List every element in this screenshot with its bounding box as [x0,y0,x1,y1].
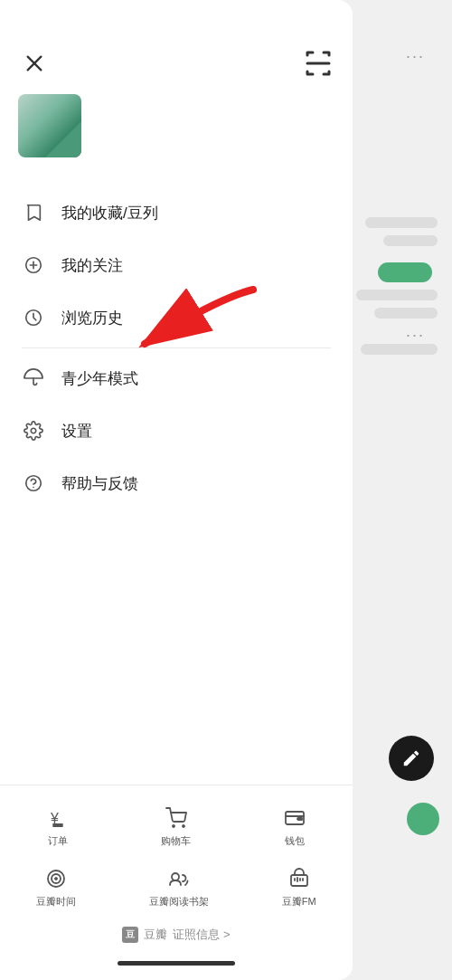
toolbar-label-douban-time: 豆瓣时间 [36,895,76,909]
plus-circle-icon [22,253,45,277]
menu-label-help: 帮助与反馈 [61,473,138,494]
drawer-header [0,0,353,94]
toolbar-item-reading[interactable]: 豆瓣阅读书架 [138,861,220,914]
svg-point-19 [55,878,57,880]
gear-icon [22,419,45,442]
target-icon [43,866,69,891]
svg-point-8 [26,476,42,491]
bg-badge [378,262,432,282]
svg-point-13 [173,825,174,827]
toolbar-item-orders[interactable]: ¥ 订单 [34,800,81,853]
menu-label-following: 我的关注 [61,255,123,276]
avatar[interactable] [18,94,81,157]
svg-point-7 [31,428,36,433]
drawer-panel: 我的收藏/豆列 我的关注 浏览历史 [0,0,353,980]
bg-dots-mid: ··· [406,326,425,345]
svg-point-14 [183,825,184,827]
menu-label-history: 浏览历史 [61,308,123,328]
svg-rect-21 [291,875,307,886]
menu-label-settings: 设置 [61,421,92,442]
reading-icon [166,866,192,891]
menu-list: 我的收藏/豆列 我的关注 浏览历史 [0,179,353,785]
bookmark-icon [22,201,45,224]
fm-icon [287,866,312,891]
menu-item-following[interactable]: 我的关注 [0,239,353,291]
close-button[interactable] [18,47,51,80]
toolbar-item-wallet[interactable]: 钱包 [271,800,318,853]
cart-icon [164,805,189,831]
clock-icon [22,306,45,329]
menu-item-history[interactable]: 浏览历史 [0,291,353,344]
menu-item-settings[interactable]: 设置 [0,404,353,457]
toolbar-row-2: 豆瓣时间 豆瓣阅读书架 [0,857,353,918]
menu-item-help[interactable]: 帮助与反馈 [0,457,353,509]
green-circle [407,803,439,835]
toolbar-label-fm: 豆瓣FM [282,895,316,909]
toolbar-row-1: ¥ 订单 购物车 [0,796,353,857]
brand-link[interactable]: 证照信息 > [173,927,230,943]
toolbar-label-reading: 豆瓣阅读书架 [149,895,209,909]
brand-name: 豆瓣 [144,927,167,943]
brand-icon: 豆 [122,927,138,943]
menu-item-collections[interactable]: 我的收藏/豆列 [0,186,353,239]
home-indicator [118,961,235,966]
menu-item-youth[interactable]: 青少年模式 [0,352,353,404]
menu-label-collections: 我的收藏/豆列 [61,203,158,224]
wallet-icon [282,805,307,831]
svg-point-20 [172,873,179,880]
toolbar-item-douban-time[interactable]: 豆瓣时间 [25,861,87,914]
menu-label-youth: 青少年模式 [61,368,138,389]
avatar-area [0,94,353,179]
toolbar-label-orders: 订单 [48,834,68,848]
bottom-toolbar: ¥ 订单 购物车 [0,785,353,980]
umbrella-icon [22,366,45,390]
yuan-icon: ¥ [45,805,71,831]
toolbar-label-cart: 购物车 [161,834,191,848]
question-circle-icon [22,471,45,495]
bottom-brand: 豆 豆瓣 证照信息 > [0,918,353,956]
toolbar-item-fm[interactable]: 豆瓣FM [271,861,327,914]
bg-dots-top: ··· [406,47,425,66]
toolbar-label-wallet: 钱包 [285,834,305,848]
fab-edit-button[interactable] [389,736,434,781]
toolbar-item-cart[interactable]: 购物车 [150,800,202,853]
section-divider [22,347,331,348]
scan-button[interactable] [302,47,334,80]
